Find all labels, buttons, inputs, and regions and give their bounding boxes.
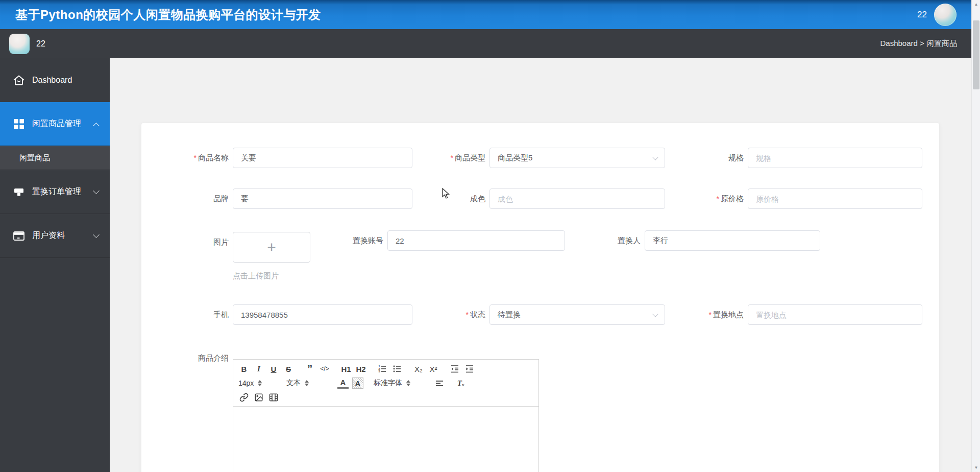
condition-input[interactable]: [489, 188, 665, 209]
app-window: 基于Python的校园个人闲置物品换购平台的设计与开发 22 22 Dashbo…: [0, 0, 980, 472]
superscript-button[interactable]: X²: [428, 363, 439, 374]
strikethrough-button[interactable]: S: [283, 363, 294, 374]
blockquote-button[interactable]: ”: [304, 363, 315, 374]
sidebar-item-idle-goods-management[interactable]: 闲置商品管理: [0, 102, 110, 146]
scrollbar-down-arrow[interactable]: ▼: [972, 463, 980, 472]
field-label-image: 图片: [146, 232, 229, 252]
type-select[interactable]: 商品类型5: [489, 148, 665, 168]
status-select-value: 待置换: [498, 310, 521, 320]
chevron-down-icon: [652, 154, 658, 160]
home-icon: [12, 74, 26, 87]
font-size-picker[interactable]: 14px: [238, 379, 275, 387]
insert-image-button[interactable]: [253, 392, 264, 403]
sidebar-item-label: 用户资料: [32, 230, 65, 241]
spinner-icon: [406, 380, 410, 386]
bullet-list-button[interactable]: [391, 363, 403, 374]
outdent-icon: [450, 364, 459, 373]
header-user-area[interactable]: 22: [917, 4, 957, 26]
align-button[interactable]: [434, 377, 445, 389]
font-family-picker[interactable]: 标准字体: [374, 379, 423, 388]
italic-button[interactable]: I: [253, 363, 264, 374]
location-input[interactable]: [748, 304, 922, 325]
field-label-location: *置换地点: [661, 304, 744, 325]
sidebar-item-label: Dashboard: [32, 76, 72, 85]
font-size-value: 14px: [238, 379, 254, 387]
image-upload-box[interactable]: +: [233, 232, 310, 263]
topbar-avatar[interactable]: [9, 34, 30, 54]
header-username: 22: [917, 10, 927, 20]
indent-button[interactable]: [464, 363, 475, 374]
field-label-account: 置换账号: [301, 230, 383, 251]
topbar-user-area[interactable]: 22: [9, 34, 45, 54]
required-marker: *: [194, 154, 197, 162]
user-avatar[interactable]: [934, 4, 957, 26]
field-label-spec: 规格: [661, 148, 744, 168]
heading2-button[interactable]: H2: [355, 363, 366, 374]
sidebar-item-label: 闲置商品管理: [32, 119, 81, 129]
sidebar-item-swap-order-management[interactable]: 置换订单管理: [0, 170, 110, 214]
topbar: 22 Dashboard > 闲置商品: [0, 29, 980, 58]
chevron-down-icon: [652, 311, 658, 317]
paragraph-style-value: 文本: [286, 379, 301, 388]
scrollbar-thumb[interactable]: [973, 20, 979, 89]
text-color-button[interactable]: A: [337, 377, 349, 389]
sidebar-subitem-label: 闲置商品: [19, 153, 50, 163]
sidebar-item-label: 置换订单管理: [32, 186, 81, 197]
name-input[interactable]: [233, 148, 412, 168]
required-marker: *: [717, 195, 719, 203]
bold-button[interactable]: B: [238, 363, 250, 374]
svg-text:3: 3: [379, 370, 380, 373]
status-select[interactable]: 待置换: [489, 304, 665, 325]
sidebar-item-user-profile[interactable]: 用户资料: [0, 214, 110, 258]
grid-icon: [12, 117, 26, 131]
ordered-list-button[interactable]: 123: [377, 363, 388, 374]
breadcrumb: Dashboard > 闲置商品: [880, 39, 958, 49]
order-icon: [12, 185, 26, 199]
image-icon: [254, 393, 263, 402]
card-icon: [12, 229, 26, 243]
editor-content[interactable]: [233, 407, 538, 472]
highlight-color-button[interactable]: A: [352, 377, 363, 389]
phone-input[interactable]: [233, 304, 412, 325]
price-input[interactable]: [748, 188, 922, 209]
breadcrumb-current: 闲置商品: [926, 39, 957, 48]
main-content: *商品名称 *商品类型 商品类型5 规格 品牌 ✕ 成色: [110, 58, 980, 472]
font-family-value: 标准字体: [374, 379, 402, 388]
outdent-button[interactable]: [449, 363, 460, 374]
rich-text-editor: B I U S ” </> H1 H2 123: [233, 359, 539, 472]
clear-format-button[interactable]: Tₓ: [455, 377, 467, 389]
breadcrumb-separator: >: [920, 39, 924, 48]
chevron-down-icon: [93, 187, 100, 194]
field-label-brand: 品牌: [146, 188, 229, 209]
spinner-icon: [258, 380, 262, 386]
account-input[interactable]: [387, 230, 565, 251]
breadcrumb-home[interactable]: Dashboard: [880, 39, 918, 48]
bullet-list-icon: [393, 364, 402, 373]
editor-toolbar: B I U S ” </> H1 H2 123: [233, 360, 538, 407]
plus-icon: +: [267, 239, 276, 256]
underline-button[interactable]: U: [268, 363, 279, 374]
window-scrollbar[interactable]: ▲ ▼: [971, 0, 980, 472]
subscript-button[interactable]: X₂: [413, 363, 424, 374]
required-marker: *: [709, 311, 712, 319]
code-block-button[interactable]: </>: [319, 363, 330, 374]
heading1-button[interactable]: H1: [340, 363, 352, 374]
scrollbar-up-arrow[interactable]: ▲: [972, 0, 980, 9]
indent-icon: [465, 364, 474, 373]
sidebar-item-dashboard[interactable]: Dashboard: [0, 58, 110, 102]
topbar-username: 22: [36, 39, 45, 49]
paragraph-style-picker[interactable]: 文本: [286, 379, 326, 388]
link-icon: [239, 393, 249, 402]
person-input[interactable]: [645, 230, 820, 251]
sidebar-subitem-idle-goods[interactable]: 闲置商品: [0, 146, 110, 170]
spec-input[interactable]: [748, 148, 922, 168]
field-label-type: *商品类型: [403, 148, 485, 168]
field-label-description: 商品介绍: [146, 352, 229, 364]
insert-video-button[interactable]: [268, 392, 279, 403]
field-label-status: *状态: [403, 304, 485, 325]
chevron-down-icon: [93, 231, 100, 238]
field-label-condition: 成色: [403, 188, 485, 209]
link-button[interactable]: [238, 392, 250, 403]
upload-hint: 点击上传图片: [233, 271, 279, 281]
brand-input[interactable]: [233, 188, 412, 209]
